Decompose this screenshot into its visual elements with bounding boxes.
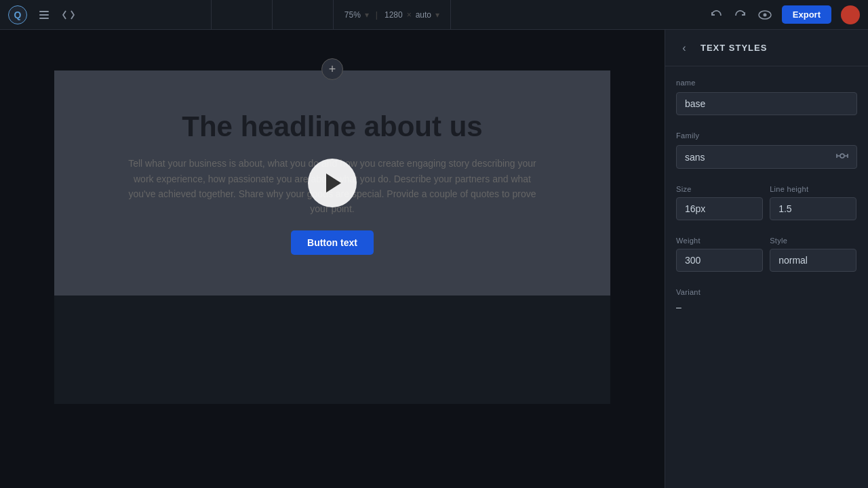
svg-point-5 (840, 154, 844, 158)
canvas-width: 1280 (384, 10, 403, 20)
line-height-label: Line height (770, 185, 856, 193)
svg-rect-1 (39, 14, 49, 16)
play-icon (326, 174, 341, 192)
style-value: normal (778, 255, 808, 266)
main-area: + The headline about us Tell what your b… (0, 30, 868, 488)
line-height-value: 1.5 (778, 203, 791, 214)
undo-icon[interactable] (709, 7, 724, 22)
variant-value: – (676, 302, 857, 312)
size-field-group: Size 16px (676, 185, 763, 220)
size-label: Size (676, 185, 763, 193)
add-section-button[interactable]: + (321, 58, 343, 80)
weight-input[interactable]: 300 (676, 249, 763, 272)
svg-rect-2 (39, 18, 49, 19)
variant-label: Variant (676, 288, 857, 296)
panel-title: TEXT STYLES (701, 43, 767, 53)
size-value: 16px (685, 203, 705, 214)
right-panel: ‹ TEXT STYLES name base Family sans (665, 30, 868, 488)
zoom-value: 75% (344, 10, 361, 20)
toolbar: Q 75% ▾ | 1280 × auto ▾ (0, 0, 868, 30)
canvas-height: auto (416, 10, 431, 20)
style-input[interactable]: normal (770, 249, 856, 272)
line-height-field-group: Line height 1.5 (770, 185, 856, 220)
svg-point-4 (763, 13, 766, 16)
panel-body: name base Family sans (665, 66, 868, 325)
size-input[interactable]: 16px (676, 197, 763, 220)
name-input[interactable]: base (676, 92, 857, 115)
ruler-seg-r2 (512, 0, 573, 30)
family-field-group: Family sans (676, 131, 857, 169)
toolbar-right: Export (709, 5, 860, 24)
ruler-seg-r3 (573, 0, 634, 30)
style-label: Style (770, 237, 856, 245)
ruler-seg-3 (273, 0, 334, 30)
weight-label: Weight (676, 237, 763, 245)
family-input[interactable]: sans (676, 145, 857, 169)
weight-style-row: Weight 300 Style normal (676, 237, 857, 272)
ruler-seg-1 (151, 0, 212, 30)
toolbar-center: 75% ▾ | 1280 × auto ▾ (76, 0, 709, 30)
preview-icon[interactable] (757, 7, 772, 22)
play-button[interactable] (308, 159, 357, 207)
line-height-input[interactable]: 1.5 (770, 197, 856, 220)
weight-field-group: Weight 300 (676, 237, 763, 272)
toolbar-left: Q (8, 5, 76, 24)
code-icon[interactable] (61, 7, 76, 22)
name-value: base (685, 98, 705, 109)
canvas-frame: + The headline about us Tell what your b… (54, 70, 610, 404)
export-button[interactable]: Export (782, 5, 831, 24)
logo[interactable]: Q (8, 5, 27, 24)
ruler-seg-r1 (451, 0, 512, 30)
zoom-separator: ▾ (365, 10, 369, 20)
ruler-seg-2 (212, 0, 273, 30)
panel-header: ‹ TEXT STYLES (665, 30, 868, 66)
layers-icon[interactable] (37, 7, 52, 22)
zoom-control[interactable]: 75% ▾ | 1280 × auto ▾ (334, 0, 451, 30)
variant-field-group: Variant – (676, 288, 857, 312)
size-lineheight-row: Size 16px Line height 1.5 (676, 185, 857, 220)
hero-section: + The headline about us Tell what your b… (54, 70, 610, 296)
back-button[interactable]: ‹ (676, 40, 692, 56)
canvas-area: + The headline about us Tell what your b… (0, 30, 665, 488)
style-field-group: Style normal (770, 237, 856, 272)
family-value: sans (685, 152, 705, 163)
dark-section (54, 296, 610, 404)
family-label: Family (676, 131, 857, 140)
weight-value: 300 (685, 255, 701, 266)
name-label: name (676, 79, 857, 87)
dimension-separator: × (407, 10, 412, 20)
cta-button[interactable]: Button text (291, 230, 374, 255)
avatar[interactable] (841, 5, 860, 24)
hero-headline: The headline about us (182, 111, 482, 142)
redo-icon[interactable] (733, 7, 748, 22)
link-icon (836, 151, 848, 163)
svg-rect-0 (39, 11, 49, 12)
name-field-group: name base (676, 79, 857, 115)
